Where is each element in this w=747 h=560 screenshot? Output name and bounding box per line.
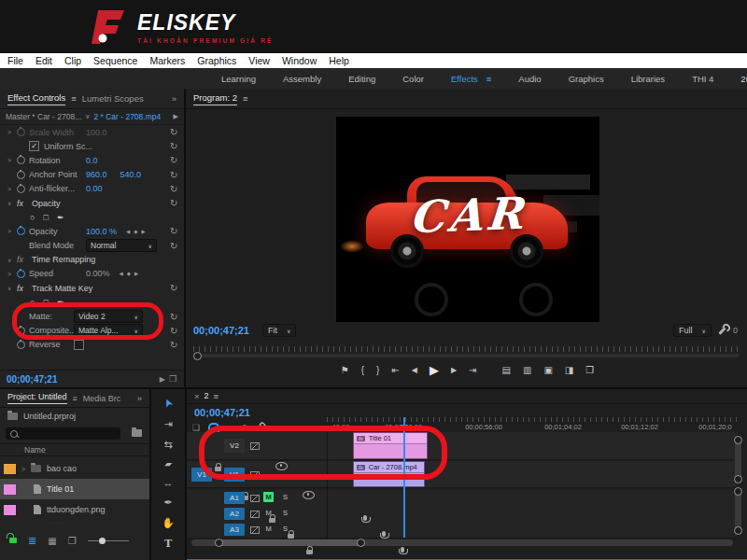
tab-program[interactable]: Program: 2 [193,92,237,105]
program-playhead-knob[interactable] [193,352,202,360]
tab-lumetri-scopes[interactable]: Lumetri Scopes [82,93,144,104]
track-lock-icon[interactable] [269,518,275,523]
program-ruler[interactable] [193,346,740,352]
playback-resolution-dropdown[interactable]: Full ∨ [673,324,712,337]
reset-icon[interactable]: ↺ [170,283,177,293]
reset-icon[interactable]: ↺ [170,198,177,208]
collapse-icon[interactable]: ∨ [7,257,17,263]
pen-tool-icon[interactable]: ✒ [163,497,172,509]
type-tool-icon[interactable]: T [164,538,172,550]
nest-toggle-icon[interactable]: ❏ [192,423,200,432]
workspace-editing[interactable]: Editing [348,74,375,84]
reset-icon[interactable]: ↺ [170,155,177,165]
sync-lock-icon[interactable] [250,442,260,450]
icon-view-icon[interactable]: ▦ [48,536,56,546]
stopwatch-icon[interactable] [17,341,25,349]
panel-menu-icon[interactable]: ≡ [214,391,219,401]
voiceover-mic-icon[interactable] [363,515,367,521]
reset-icon[interactable]: ↺ [170,241,177,251]
ellipse-mask-icon[interactable]: ○ [30,298,35,307]
menu-file[interactable]: File [7,55,23,66]
matte-dropdown[interactable]: Video 2 ∨ [74,310,143,323]
menu-view[interactable]: View [248,55,270,66]
tab-effect-controls[interactable]: Effect Controls [7,92,65,105]
project-file-row[interactable]: Untitled.prproj [0,408,149,425]
clip-car-2708[interactable]: fx Car - 2708.mp4 [353,461,425,487]
panel-menu-icon[interactable]: ≡ [71,93,77,104]
workspace-assembly[interactable]: Assembly [283,74,321,84]
list-item-ttduongden[interactable]: ttduongden.png [0,499,149,520]
mark-out-icon[interactable]: } [376,365,379,375]
workspace-audio[interactable]: Audio [518,74,541,84]
sequence-clip-label[interactable]: 2 * Car - 2708.mp4 [93,112,161,121]
time-remapping-label[interactable]: Time Remapping [32,255,95,264]
step-forward-icon[interactable]: ▶ [451,366,457,374]
razor-tool-icon[interactable]: ▰ [163,459,173,469]
uniform-scale-checkbox[interactable]: ✓ [29,141,39,151]
lift-icon[interactable]: ▤ [501,365,510,375]
track-lock-icon[interactable] [306,550,313,554]
menu-sequence[interactable]: Sequence [93,55,137,66]
speed-value[interactable]: 0.00% [86,269,110,278]
menu-clip[interactable]: Clip [64,55,81,66]
track-a2-label[interactable]: A2 [224,508,245,520]
hand-tool-icon[interactable]: ✋ [162,517,175,529]
stopwatch-icon[interactable] [17,327,25,335]
expand-icon[interactable]: > [21,466,25,472]
stopwatch-icon[interactable] [17,270,25,278]
add-keyframe-icon[interactable]: ◆ [127,271,131,276]
workspace-color[interactable]: Color [402,74,424,84]
solo-button[interactable]: S [280,524,290,534]
mute-button[interactable]: M [263,524,274,534]
stopwatch-icon[interactable] [17,185,25,193]
track-lock-icon[interactable] [215,467,221,471]
pen-mask-icon[interactable]: ✒ [57,213,64,222]
reverse-checkbox[interactable] [74,340,84,350]
effect-controls-timecode[interactable]: 00;00;47;21 [7,374,57,385]
prev-keyframe-icon[interactable]: ◀ [126,229,130,234]
scrollbar-handle[interactable] [734,487,742,496]
stopwatch-icon[interactable] [17,171,25,179]
collapse-icon[interactable]: ∨ [7,285,17,291]
panel-menu-icon[interactable]: ≡ [73,394,78,403]
go-to-in-icon[interactable]: ⇤ [391,365,399,375]
scrollbar-handle[interactable] [734,436,742,444]
tab-overflow-icon[interactable]: » [137,393,142,403]
scrollbar-handle[interactable] [215,539,223,547]
reset-icon[interactable]: ↺ [170,184,177,194]
reset-icon[interactable]: ↺ [170,170,177,180]
workspace-thi4[interactable]: THI 4 [692,74,713,84]
blend-mode-dropdown[interactable]: Normal ∨ [86,239,157,252]
anchor-y-value[interactable]: 540.0 [120,170,142,179]
reset-icon[interactable]: ↺ [170,312,177,322]
scrollbar-handle[interactable] [734,526,742,535]
sync-lock-icon[interactable] [250,495,260,502]
go-to-out-icon[interactable]: ⇥ [469,365,476,375]
stopwatch-icon[interactable] [17,156,25,164]
timeline-settings-icon[interactable] [256,425,262,431]
voiceover-mic-icon[interactable] [401,547,404,553]
selection-tool-icon[interactable]: ➤ [161,396,176,410]
label-swatch-pink[interactable] [4,505,16,515]
button-editor-icon[interactable]: ❒ [585,365,594,375]
anchor-x-value[interactable]: 960.0 [86,170,107,179]
expand-icon[interactable]: > [7,129,17,135]
sync-lock-icon[interactable] [250,511,260,518]
opacity-value[interactable]: 100.0 % [86,227,117,236]
program-video-frame[interactable]: CAR [336,117,599,322]
scale-width-value[interactable]: 100.0 [86,128,107,137]
ripple-edit-tool-icon[interactable]: ⇆ [163,439,172,451]
add-marker-icon[interactable]: ⚑ [243,424,249,432]
stopwatch-icon[interactable] [17,227,25,235]
settings-wrench-icon[interactable] [718,327,726,335]
playhead-line[interactable] [403,417,405,538]
clip-title-01[interactable]: fx Title 01 [353,432,428,459]
rect-mask-icon[interactable]: □ [43,298,48,307]
track-matte-key-label[interactable]: Track Matte Key [32,284,92,293]
panel-menu-icon[interactable]: ≡ [243,93,248,104]
expand-icon[interactable]: > [7,157,17,163]
reset-icon[interactable]: ↺ [170,226,177,236]
track-a3-label[interactable]: A3 [224,524,245,536]
search-input[interactable] [6,427,120,440]
tab-overflow-icon[interactable]: » [172,93,176,104]
